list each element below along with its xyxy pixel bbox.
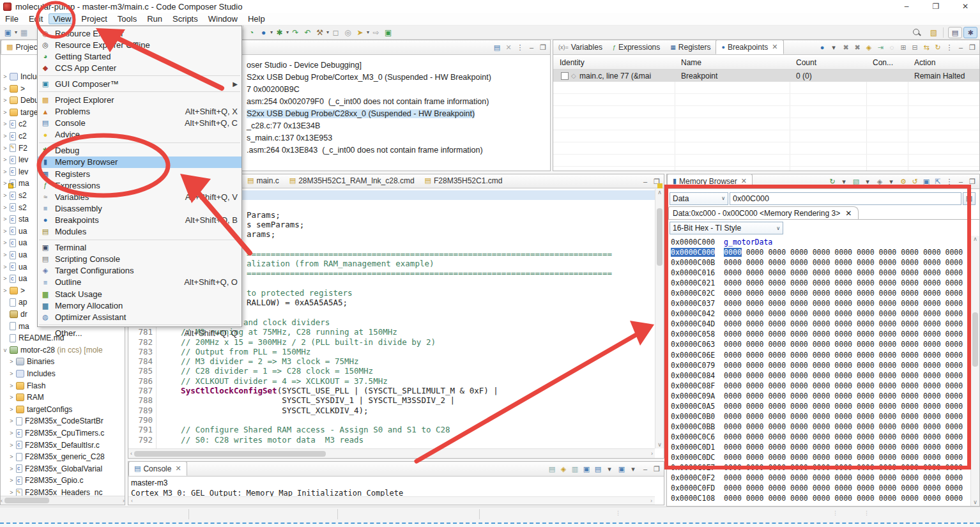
disconnect-icon[interactable]: ✕ xyxy=(503,42,514,52)
view-menu-item-project-explorer[interactable]: ▩Project Explorer xyxy=(38,94,241,105)
memory-row[interactable]: 0x0000C063 0000 0000 0000 0000 0000 0000… xyxy=(671,339,969,349)
dropdown-caret[interactable]: ▾ xyxy=(886,176,896,187)
new-breakpoint-icon[interactable]: ● xyxy=(817,42,827,52)
close-rendering-icon[interactable]: ✕ xyxy=(845,209,852,218)
tree-item[interactable]: >F28M35x_DefaultIsr.c xyxy=(8,439,100,451)
collapsed-arrow-icon[interactable]: > xyxy=(8,454,15,460)
code-line[interactable]: 789 SYSCTL_XCLKDIV_4); xyxy=(128,406,655,415)
lasso-icon[interactable]: ◻ xyxy=(330,27,341,38)
collapsed-arrow-icon[interactable]: > xyxy=(8,394,15,401)
minimize-panel-icon[interactable]: – xyxy=(956,42,966,52)
tree-item[interactable]: >Flash xyxy=(8,380,45,392)
collapsed-arrow-icon[interactable]: > xyxy=(2,145,8,151)
column-header-name[interactable]: Name xyxy=(681,58,701,67)
tree-item[interactable]: >ua xyxy=(2,249,27,261)
collapsed-arrow-icon[interactable]: > xyxy=(8,406,15,413)
tree-item[interactable]: >F28M35x_GlobalVarial xyxy=(8,463,102,475)
view-menu-icon[interactable]: ⋮ xyxy=(944,176,954,187)
goto-file-icon[interactable]: ⇥ xyxy=(875,42,885,52)
sync-icon[interactable]: ↻ xyxy=(933,42,943,52)
chart-icon[interactable]: ▧ xyxy=(851,176,861,187)
collapsed-arrow-icon[interactable]: > xyxy=(2,86,8,92)
tree-item[interactable]: >ua xyxy=(2,273,27,284)
collapsed-arrow-icon[interactable]: > xyxy=(2,180,8,187)
column-header-identity[interactable]: Identity xyxy=(560,58,585,67)
debug-context-line[interactable]: 7 0x00200B9C xyxy=(247,85,300,94)
tab-registers[interactable]: ▦Registers xyxy=(665,40,716,54)
tab-memory-browser[interactable]: ▮ Memory Browser ✕ xyxy=(667,174,753,188)
debug-context-line[interactable]: S2xx USB Debug Probe/C28xx_0 (Suspended … xyxy=(247,109,475,118)
tree-item[interactable]: >sta xyxy=(2,213,29,225)
collapsed-arrow-icon[interactable]: > xyxy=(2,192,8,199)
memory-row[interactable]: 0x0000C042 0000 0000 0000 0000 0000 0000… xyxy=(671,309,969,319)
view-menu-item-optimizer-assistant[interactable]: ◍Optimizer Assistant xyxy=(38,311,241,323)
view-menu-item-gui-composer[interactable]: ▣GUI Composer™▶ xyxy=(38,78,241,89)
memory-row[interactable]: 0x0000C079 0000 0000 0000 0000 0000 0000… xyxy=(671,360,969,370)
tree-item[interactable]: >ua xyxy=(2,237,27,248)
connect-icon[interactable]: ⇨ xyxy=(371,27,381,38)
collapsed-arrow-icon[interactable]: > xyxy=(8,358,15,365)
open-console-icon[interactable]: ▣ xyxy=(616,464,627,474)
view-menu-item-ccs-app-center[interactable]: ◆CCS App Center xyxy=(38,62,241,73)
scroll-right-icon[interactable]: › xyxy=(123,498,125,504)
menu-window[interactable]: Window xyxy=(204,13,242,24)
tree-item[interactable]: >c2 xyxy=(2,118,27,130)
maximize-panel-icon[interactable]: ❐ xyxy=(967,176,977,187)
memory-row[interactable]: 0x0000C108 0000 0000 0000 0000 0000 0000… xyxy=(671,493,969,503)
new-tab-icon[interactable]: ▣ xyxy=(921,176,931,187)
word-wrap-icon[interactable]: ▥ xyxy=(570,464,580,474)
collapsed-arrow-icon[interactable]: > xyxy=(2,97,8,103)
dropdown-caret[interactable]: ▾ xyxy=(367,29,369,35)
show-breakpoints-icon[interactable]: ◈ xyxy=(864,42,874,52)
debug-context-line[interactable]: _c28.c:77 0x13E34B xyxy=(247,121,320,130)
collapsed-arrow-icon[interactable]: > xyxy=(8,383,15,389)
debug-context-line[interactable]: oser Studio - Device Debugging] xyxy=(247,61,362,70)
memory-row[interactable]: 0x0000C06E 0000 0000 0000 0000 0000 0000… xyxy=(671,350,969,360)
sync-icon[interactable]: ↺ xyxy=(910,176,920,187)
collapsed-arrow-icon[interactable]: > xyxy=(8,418,15,424)
ccs-edit-perspective-button[interactable]: ▤ xyxy=(948,27,962,38)
debug-context-line[interactable]: S2xx USB Debug Probe/Cortex_M3_0 (Suspen… xyxy=(247,73,491,82)
ccs-debug-perspective-button[interactable]: ✱ xyxy=(963,27,977,38)
memory-row[interactable]: 0x0000C09A 0000 0000 0000 0000 0000 0000… xyxy=(671,391,969,401)
view-menu-item-getting-started[interactable]: ◕Getting Started xyxy=(38,50,241,62)
tree-item[interactable]: >F28M35x_Headers_nc xyxy=(8,487,102,496)
inspect-icon[interactable]: ◎ xyxy=(342,27,353,38)
view-menu-item-terminal[interactable]: ▣Terminal xyxy=(38,242,241,254)
project-explorer-hscrollbar[interactable]: ‹ › xyxy=(1,496,125,505)
view-menu-item-modules[interactable]: ▤Modules xyxy=(38,226,241,238)
memory-address-input[interactable]: 0x00C000 xyxy=(730,192,961,205)
close-tab-icon[interactable]: ✕ xyxy=(175,464,181,473)
dropdown-caret[interactable]: ▾ xyxy=(604,464,615,474)
export-icon[interactable]: ⇱ xyxy=(933,176,943,187)
dropdown-caret[interactable]: ▾ xyxy=(286,29,289,35)
memory-row[interactable]: 0x0000C0FD 0000 0000 0000 0000 0000 0000… xyxy=(671,483,969,493)
minimize-panel-icon[interactable]: – xyxy=(526,42,537,52)
menu-edit[interactable]: Edit xyxy=(24,13,47,24)
tree-item[interactable]: >F2 xyxy=(2,142,27,154)
step-over-icon[interactable]: ↶ xyxy=(302,27,313,38)
breakpoint-row[interactable]: ◇main.c, line 77 (&maiBreakpoint0 (0)Rem… xyxy=(553,70,979,82)
launch-icon[interactable]: ◔ xyxy=(246,27,257,38)
tree-item[interactable]: ap xyxy=(2,296,27,308)
close-button[interactable]: ✕ xyxy=(951,0,980,13)
restore-button[interactable]: ❐ xyxy=(921,0,951,13)
menu-project[interactable]: Project xyxy=(77,13,111,24)
minimize-button[interactable]: – xyxy=(892,0,921,13)
tree-item[interactable]: >s2 xyxy=(2,202,27,213)
memory-vscrollbar[interactable]: ∧ ∨ xyxy=(970,236,979,506)
view-menu-item-other[interactable]: Other...Alt+Shift+Q, Q xyxy=(38,327,241,339)
flash-icon[interactable]: ➤ xyxy=(355,27,365,38)
dropdown-caret[interactable]: ▾ xyxy=(862,176,873,187)
tree-item[interactable]: >F28M35x_Gpio.c xyxy=(8,475,83,486)
collapsed-arrow-icon[interactable]: > xyxy=(8,442,15,448)
view-menu-item-registers[interactable]: ▦Registers xyxy=(38,168,241,179)
memory-row[interactable]: 0x0000C058 0000 0000 0000 0000 0000 0000… xyxy=(671,329,969,339)
menu-view[interactable]: View xyxy=(49,13,75,24)
dropdown-caret[interactable]: ▾ xyxy=(15,29,17,35)
tab-variables[interactable]: (x)=Variables xyxy=(553,40,608,54)
tree-item[interactable]: >ua xyxy=(2,261,27,273)
close-tab-icon[interactable]: ✕ xyxy=(772,43,777,51)
code-line[interactable]: 785 // C28 divider = 1 => C28 clock = 15… xyxy=(128,366,655,376)
view-menu-item-advice[interactable]: ●Advice xyxy=(38,129,241,141)
